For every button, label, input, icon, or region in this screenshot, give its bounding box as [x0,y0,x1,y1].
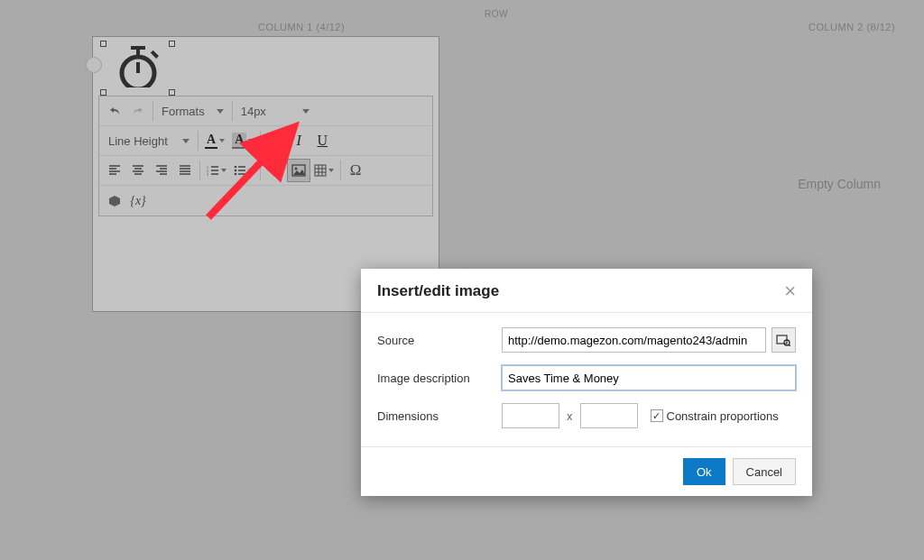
width-input[interactable] [502,403,559,428]
formats-label: Formats [162,105,205,118]
separator [198,131,199,151]
bold-button[interactable]: B [263,129,287,152]
svg-point-9 [235,170,237,172]
close-icon[interactable]: × [784,281,796,301]
align-right-button[interactable] [150,159,173,182]
page-background: ROW COLUMN 1 (4/12) COLUMN 2 (8/12) [0,0,924,560]
browse-source-button[interactable] [772,327,796,353]
svg-point-12 [295,168,298,170]
italic-button[interactable]: I [287,129,310,152]
wysiwyg-toolbar: Formats 14px Line Height A [98,96,433,216]
svg-point-10 [235,173,237,176]
insert-image-dialog: Insert/edit image × Source Image descrip… [361,269,812,496]
separator [232,101,233,121]
undo-button[interactable] [103,99,126,123]
align-left-button[interactable] [103,159,126,182]
formats-dropdown[interactable]: Formats [156,99,229,123]
source-row: Source [377,327,796,353]
toolbar-row-1: Formats 14px [99,96,432,126]
variable-button[interactable]: {x} [126,189,150,213]
separator [340,161,341,180]
special-char-button[interactable]: Ω [344,159,367,182]
separator [260,161,261,180]
column-2-label: COLUMN 2 (8/12) [808,22,895,32]
source-label: Source [377,334,502,347]
stopwatch-icon[interactable] [111,44,165,87]
link-button[interactable] [263,159,287,182]
caret-down-icon [221,169,226,172]
column-1-label: COLUMN 1 (4/12) [258,22,345,32]
lineheight-label: Line Height [108,134,168,148]
svg-marker-14 [109,196,120,207]
caret-down-icon [217,109,224,114]
dimensions-label: Dimensions [377,409,502,423]
caret-down-icon [328,169,334,172]
remove-handle-icon[interactable] [86,57,102,73]
dialog-footer: Ok Cancel [361,446,812,496]
height-input[interactable] [580,403,638,428]
dialog-header: Insert/edit image × [361,269,812,313]
cancel-button[interactable]: Cancel [733,458,796,485]
resize-handle[interactable] [100,41,106,47]
row-label: ROW [485,9,508,19]
separator [260,131,261,151]
unordered-list-button[interactable] [230,159,257,182]
ordered-list-button[interactable]: 123 [203,159,230,182]
svg-rect-4 [151,50,159,59]
dialog-body: Source Image description Dimensions [361,313,812,446]
dimension-separator: x [567,409,573,423]
description-input[interactable] [502,365,796,390]
align-center-button[interactable] [126,159,150,182]
svg-point-8 [235,166,237,169]
svg-text:3: 3 [207,172,208,177]
source-input[interactable] [502,327,766,353]
svg-line-19 [789,344,790,346]
fontsize-dropdown[interactable]: 14px [236,99,315,123]
caret-down-icon [248,169,254,172]
empty-column-text: Empty Column [798,177,881,191]
text-color-button[interactable]: A [201,129,228,152]
align-justify-button[interactable] [173,159,197,182]
lineheight-dropdown[interactable]: Line Height [103,129,195,152]
table-button[interactable] [310,159,337,182]
fontsize-label: 14px [241,105,266,118]
toolbar-row-4: {x} [99,186,432,216]
resize-handle[interactable] [100,89,106,96]
description-row: Image description [377,365,796,390]
svg-rect-1 [136,50,140,55]
svg-rect-17 [777,335,787,344]
caret-down-icon [248,139,254,142]
bg-color-button[interactable]: A [228,129,257,152]
constrain-label: Constrain proportions [667,409,779,423]
checkbox-icon: ✓ [651,409,663,422]
constrain-checkbox[interactable]: ✓ Constrain proportions [651,409,779,423]
separator [152,101,153,121]
widget-button[interactable] [103,189,126,213]
description-label: Image description [377,372,502,385]
redo-button[interactable] [126,99,150,123]
text-color-letter: A [205,133,217,149]
caret-down-icon [182,139,189,143]
underline-button[interactable]: U [310,129,334,152]
toolbar-row-3: 123 Ω [99,156,432,186]
resize-handle[interactable] [169,89,175,96]
svg-rect-13 [315,165,326,176]
dimensions-row: Dimensions x ✓ Constrain proportions [377,403,796,428]
dialog-title: Insert/edit image [377,282,499,300]
insert-image-button[interactable] [287,159,310,182]
caret-down-icon [219,139,225,142]
resize-handle[interactable] [169,41,175,47]
browse-icon [776,334,790,346]
separator [199,161,200,180]
svg-rect-0 [131,46,145,50]
bg-color-letter: A [232,133,246,149]
caret-down-icon [302,109,310,114]
toolbar-row-2: Line Height A A B I U [99,126,432,156]
ok-button[interactable]: Ok [683,458,725,485]
